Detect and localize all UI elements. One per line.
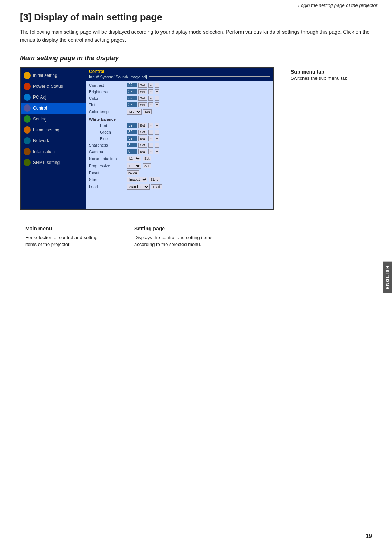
plus-btn-2[interactable]: + [155, 96, 159, 101]
minus-btn-6[interactable]: − [148, 123, 153, 128]
value-box-6: 32 [127, 123, 137, 128]
setting-page-text: Displays the control and setting items a… [134, 235, 212, 247]
menu-icon-2 [24, 94, 31, 101]
value-box-9: 8 [127, 143, 137, 147]
plus-btn-3[interactable]: + [155, 102, 159, 107]
menu-item-network[interactable]: Network [21, 135, 86, 146]
setting-row-2: Color32Set−+ [89, 95, 270, 102]
top-rule [15, 0, 377, 3]
setting-row-12: ProgressiveL1Set [89, 162, 270, 169]
minus-btn-10[interactable]: − [148, 149, 153, 154]
setting-row-11: Noise reductionL1Set [89, 155, 270, 162]
menu-item-e-mail-setting[interactable]: E-mail setting [21, 124, 86, 135]
set-btn-3[interactable]: Set [138, 102, 147, 107]
set-btn-11[interactable]: Set [143, 156, 151, 161]
setting-label-7: Green [89, 130, 125, 134]
minus-btn-8[interactable]: − [148, 136, 153, 141]
minus-btn-3[interactable]: − [148, 102, 153, 107]
setting-row-1: Brightness32Set−+ [89, 89, 270, 95]
menu-icon-8 [24, 159, 31, 166]
setting-row-10: Gamma8Set−+ [89, 148, 270, 155]
set-btn-10[interactable]: Set [138, 149, 147, 154]
menu-label-1: Power & Status [33, 84, 63, 89]
plus-btn-6[interactable]: + [155, 123, 159, 128]
plus-btn-10[interactable]: + [155, 149, 159, 154]
menu-item-snmp-setting[interactable]: SNMP setting [21, 157, 86, 168]
setting-label-4: Color temp [89, 110, 125, 114]
section-title: [3] Display of main setting page [20, 12, 372, 23]
select-4[interactable]: Mid [127, 109, 142, 115]
setting-label-0: Contrast [89, 83, 125, 87]
menu-item-information[interactable]: Information [21, 146, 86, 157]
main-menu-text: For selection of control and setting ite… [25, 235, 98, 247]
settings-table: Contrast32Set−+Brightness32Set−+Color32S… [86, 81, 273, 209]
set-btn-4[interactable]: Set [143, 109, 152, 114]
minus-btn-7[interactable]: − [148, 130, 153, 135]
store-select-14[interactable]: Image1 [127, 177, 147, 182]
value-box-0: 32 [127, 83, 137, 87]
ui-screenshot: Initial settingPower & StatusPC AdjContr… [20, 67, 274, 210]
setting-label-10: Gamma [89, 149, 125, 154]
set-btn-0[interactable]: Set [138, 83, 147, 88]
setting-label-3: Tint [89, 103, 125, 107]
right-annotation-text: Switches the sub menu tab. [291, 75, 349, 82]
sub-heading: Main setting page in the display [20, 54, 372, 62]
minus-btn-0[interactable]: − [148, 83, 153, 88]
menu-icon-6 [24, 137, 31, 144]
store-btn-14[interactable]: Store [149, 177, 160, 182]
setting-row-13: ResetReset [89, 169, 270, 176]
menu-item-power-&-status[interactable]: Power & Status [21, 81, 86, 92]
setting-row-4: Color tempMidSet [89, 108, 270, 115]
menu-item-setting[interactable]: Setting [21, 114, 86, 124]
menu-label-8: SNMP setting [33, 160, 60, 165]
menu-icon-0 [24, 72, 31, 79]
menu-label-6: Network [33, 138, 49, 143]
select-12[interactable]: L1 [127, 163, 141, 169]
minus-btn-1[interactable]: − [148, 89, 153, 94]
select-11[interactable]: L1 [127, 156, 141, 161]
minus-btn-9[interactable]: − [148, 143, 153, 148]
set-btn-1[interactable]: Set [138, 89, 147, 94]
plus-btn-9[interactable]: + [155, 143, 159, 148]
value-box-8: 32 [127, 136, 137, 141]
setting-row-14: StoreImage1Store [89, 176, 270, 183]
minus-btn-2[interactable]: − [148, 96, 153, 101]
right-annotation-title: Sub menu tab [291, 69, 349, 75]
menu-label-5: E-mail setting [33, 127, 60, 132]
setting-label-9: Sharpness [89, 143, 125, 147]
load-select-15[interactable]: Standard [127, 184, 150, 190]
setting-label-1: Brightness [89, 90, 125, 94]
menu-label-2: PC Adj [33, 95, 46, 100]
main-menu-annotation: Main menu For selection of control and s… [20, 221, 114, 252]
menu-item-control[interactable]: Control [21, 103, 86, 114]
set-btn-12[interactable]: Set [143, 163, 151, 168]
menu-item-pc-adj[interactable]: PC Adj [21, 92, 86, 103]
plus-btn-8[interactable]: + [155, 136, 159, 141]
set-btn-6[interactable]: Set [138, 123, 147, 128]
setting-label-12: Progressive [89, 164, 125, 168]
menu-label-4: Setting [33, 116, 46, 122]
control-tab-label[interactable]: Control [89, 69, 105, 74]
plus-btn-1[interactable]: + [155, 89, 159, 94]
setting-row-9: Sharpness8Set−+ [89, 142, 270, 148]
intro-text: The following main setting page will be … [20, 28, 372, 44]
setting-page-title: Setting page [134, 225, 218, 233]
reset-btn-13[interactable]: Reset [127, 170, 139, 175]
plus-btn-7[interactable]: + [155, 130, 159, 135]
load-btn-15[interactable]: Load [151, 184, 162, 189]
menu-label-3: Control [33, 106, 47, 111]
set-btn-2[interactable]: Set [138, 96, 147, 101]
setting-label-13: Reset [89, 171, 125, 175]
set-btn-8[interactable]: Set [138, 136, 147, 141]
setting-row-7: Green32Set−+ [89, 129, 270, 135]
plus-btn-0[interactable]: + [155, 83, 159, 88]
set-btn-7[interactable]: Set [138, 130, 147, 135]
setting-label-15: Load [89, 185, 125, 189]
ui-screenshot-wrapper: Initial settingPower & StatusPC AdjContr… [20, 67, 372, 210]
value-box-10: 8 [127, 149, 137, 154]
menu-item-initial-setting[interactable]: Initial setting [21, 70, 86, 81]
menu-icon-7 [24, 148, 31, 155]
setting-label-2: Color [89, 96, 125, 100]
set-btn-9[interactable]: Set [138, 143, 147, 148]
value-box-3: 32 [127, 102, 137, 107]
